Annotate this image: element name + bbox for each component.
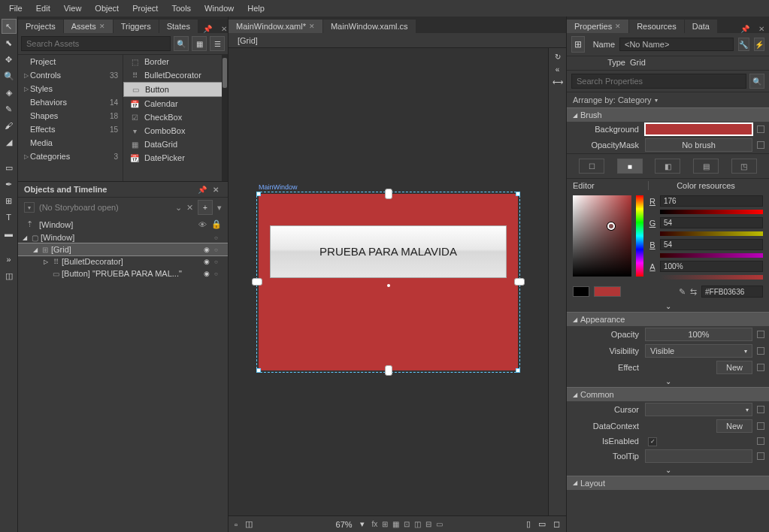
tool-paint[interactable]: 🖌 [2, 119, 16, 132]
property-marker[interactable] [757, 125, 764, 133]
menu-object[interactable]: Object [89, 2, 125, 14]
section-appearance[interactable]: ◢Appearance [567, 312, 769, 326]
add-storyboard-button[interactable]: + [198, 200, 213, 215]
section-brush[interactable]: ◢Brush [567, 107, 769, 122]
cursor-value[interactable]: ▾ [645, 403, 752, 416]
rail-refresh-icon[interactable]: ↻ [555, 53, 561, 61]
rail-collapse-icon[interactable]: « [556, 65, 560, 74]
ctrl-bulletdecorator[interactable]: ⠿BulletDecorator [123, 68, 228, 82]
current-color-swatch[interactable] [594, 286, 621, 297]
effect-new-button[interactable]: New [716, 361, 752, 374]
menu-view[interactable]: View [58, 2, 88, 14]
tool-pen[interactable]: ✒ [2, 177, 16, 191]
cat-effects[interactable]: Effects15 [18, 122, 123, 136]
tool-zoom[interactable]: 🔍 [2, 69, 16, 83]
status-icon2[interactable]: ◫ [245, 519, 253, 529]
tab-properties[interactable]: Properties✕ [567, 20, 628, 33]
tool-eyedropper[interactable]: ✎ [2, 102, 16, 116]
g-input[interactable] [660, 217, 763, 228]
datacontext-new-button[interactable]: New [716, 419, 752, 433]
wrench-icon[interactable]: 🔧 [738, 38, 749, 51]
resources-label[interactable]: Color resources [649, 181, 763, 190]
menu-project[interactable]: Project [126, 2, 164, 14]
brush-solid[interactable]: ■ [617, 159, 643, 174]
show-swatches-icon[interactable]: ⇆ [690, 287, 697, 297]
tree-window[interactable]: ◢▢[Window]○ [18, 231, 228, 243]
search-icon[interactable]: 🔍 [174, 36, 189, 51]
eyedropper-icon[interactable]: ✎ [679, 287, 686, 297]
b-input[interactable] [660, 239, 763, 250]
zoom-chevron-icon[interactable]: ▾ [360, 519, 365, 529]
up-icon[interactable]: ⇡ [24, 219, 35, 229]
name-input[interactable] [619, 38, 734, 51]
design-only-icon[interactable]: ◻ [553, 519, 560, 529]
root-node[interactable]: [Window] [39, 220, 194, 229]
ctrl-calendar[interactable]: 📅Calendar [123, 97, 228, 110]
zoom-level[interactable]: 67% [336, 520, 353, 529]
tab-data[interactable]: Data [685, 20, 717, 33]
doc-tab-cs[interactable]: MainWindow.xaml.cs [323, 20, 416, 33]
tab-projects[interactable]: Projects [18, 20, 63, 33]
tool-chevron[interactable]: » [2, 252, 16, 266]
brush-tile[interactable]: ▤ [693, 159, 719, 174]
prev-color-swatch[interactable] [573, 286, 589, 297]
view-grid-icon[interactable]: ▦ [192, 36, 207, 51]
grid-snap-icon[interactable]: ▦ [392, 520, 399, 528]
cat-behaviors[interactable]: Behaviors14 [18, 95, 123, 109]
split-h-icon[interactable]: ▯ [526, 519, 531, 529]
opacity-value[interactable]: 100% [645, 328, 752, 341]
close-icon[interactable]: ✕ [99, 23, 105, 30]
artboard-grid[interactable]: MainWindow PRUEBA PARA MALAVIDA [259, 194, 518, 370]
tool-rectangle[interactable]: ▭ [2, 161, 16, 174]
search-icon[interactable]: 🔍 [749, 74, 764, 89]
search-assets-input[interactable] [21, 36, 171, 51]
handle-tl[interactable] [256, 192, 261, 196]
property-marker[interactable] [757, 422, 764, 430]
align-icon[interactable]: ◫ [414, 520, 421, 528]
handle-top[interactable] [385, 189, 392, 199]
color-saturation-box[interactable] [573, 195, 631, 277]
scrollbar[interactable] [222, 55, 228, 181]
cat-project[interactable]: Project [18, 55, 123, 68]
snap-icon[interactable]: ⊡ [404, 520, 410, 528]
menu-window[interactable]: Window [198, 2, 240, 14]
close-icon[interactable]: ✕ [615, 23, 621, 30]
opacitymask-value[interactable]: No brush [645, 138, 752, 152]
property-marker[interactable] [757, 452, 764, 460]
tab-triggers[interactable]: Triggers [114, 20, 159, 33]
close-icon[interactable]: ✕ [210, 186, 222, 194]
ctrl-button[interactable]: ▭Button [123, 82, 228, 97]
tree-grid[interactable]: ◢⊞[Grid]◉○ [18, 243, 228, 255]
grid-lines-icon[interactable]: ⊞ [382, 520, 388, 528]
more-icon[interactable]: ▾ [217, 203, 222, 213]
section-layout[interactable]: ◢Layout [567, 476, 769, 490]
tab-states[interactable]: States [159, 20, 198, 33]
menu-help[interactable]: Help [241, 2, 271, 14]
hex-input[interactable] [701, 286, 763, 298]
ctrl-datepicker[interactable]: 📆DatePicker [123, 151, 228, 165]
expand-common[interactable]: ⌄ [567, 464, 769, 476]
brush-gradient[interactable]: ◧ [655, 159, 680, 174]
menu-edit[interactable]: Edit [30, 2, 56, 14]
cat-media[interactable]: Media [18, 136, 123, 150]
collapse-icon[interactable]: ⌄ [175, 203, 182, 213]
handle-tr[interactable] [516, 192, 520, 196]
property-marker[interactable] [757, 437, 764, 445]
tab-resources[interactable]: Resources [629, 20, 684, 33]
pin-icon[interactable]: 📌 [195, 186, 210, 194]
handle-right[interactable] [514, 278, 525, 286]
tab-assets[interactable]: Assets✕ [64, 20, 113, 33]
ctrl-combobox[interactable]: ▾ComboBox [123, 124, 228, 138]
hue-slider[interactable] [636, 195, 643, 277]
tool-selection[interactable]: ↖ [2, 20, 16, 33]
tool-camera[interactable]: ◈ [2, 86, 16, 99]
color-cursor[interactable] [607, 222, 615, 230]
menu-tools[interactable]: Tools [165, 2, 197, 14]
property-marker[interactable] [757, 331, 764, 338]
center-point[interactable] [387, 284, 390, 287]
rail-sizing-icon[interactable]: ⟷ [553, 78, 563, 86]
handle-br[interactable] [516, 368, 520, 373]
r-input[interactable] [660, 195, 763, 207]
property-marker[interactable] [757, 406, 764, 413]
search-properties-input[interactable] [571, 74, 746, 89]
